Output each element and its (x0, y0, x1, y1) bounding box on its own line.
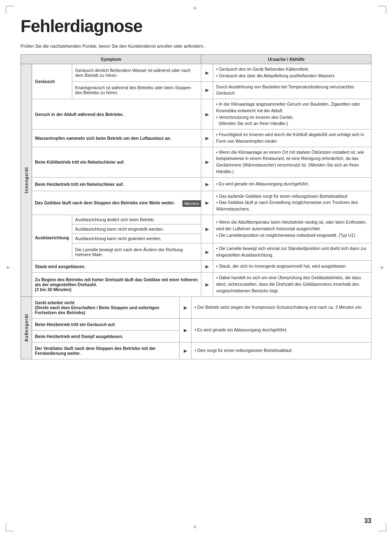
corner-mark-tl (6, 6, 14, 14)
symptom-cell: Ausblasrichtung ändert sich beim Betrieb… (72, 215, 201, 224)
table-row: Beim Kühlbetrieb tritt ein Nebelschleier… (21, 147, 371, 177)
innengeraet-side-label: Innengerät (21, 64, 32, 297)
table-row: Innengerät Geräusch Geräusch ähnlich fli… (21, 64, 371, 82)
symptom-cell: Knackgeräusch ist während des Betriebs o… (72, 81, 201, 99)
symptom-cell: Beim Kühlbetrieb tritt ein Nebelschleier… (32, 147, 201, 177)
symptom-cell: Geruch in der Abluft während des Betrieb… (32, 99, 201, 130)
table-row: Beim Heizbetrieb tritt ein Geräusch auf.… (21, 318, 371, 330)
table-row: Geruch in der Abluft während des Betrieb… (21, 99, 371, 130)
arrow-icon: ► (180, 296, 191, 318)
cause-cell: • Feuchtigkeit im Inneren wird durch die… (213, 130, 371, 147)
arrow-icon: ► (201, 147, 213, 177)
symptom-cell: Der Ventilator läuft nach dem Stoppen de… (32, 342, 180, 359)
arrow-icon: ► (201, 177, 213, 191)
symptom-cell: Wassertropfen sammeln sich beim Betrieb … (32, 130, 201, 147)
crosshair-left (6, 265, 12, 272)
deutsch-label: DEUTSCH (182, 200, 201, 207)
geraeusch-sub-label: Geräusch (32, 64, 72, 99)
crosshair-right (380, 265, 386, 272)
arrow-icon: ► (201, 261, 213, 273)
arrow-icon: ► (201, 191, 213, 215)
arrow-icon: ► (201, 215, 213, 243)
arrow-icon: ► (201, 64, 213, 82)
corner-mark-tr (378, 6, 386, 14)
table-row: Ausblasrichtung Ausblasrichtung ändert s… (21, 215, 371, 224)
cause-cell: • Staub, der sich im Innengerät angesamm… (213, 261, 371, 273)
arrow-icon: ► (201, 273, 213, 296)
corner-mark-br (378, 523, 386, 531)
arrow-icon: ► (180, 342, 191, 359)
table-row: Knackgeräusch ist während des Betriebs o… (21, 81, 371, 99)
diagnosis-table-aussen: Außengerät Gerät arbeitet nicht (Direkt … (21, 296, 371, 359)
table-row: Der Ventilator läuft nach dem Stoppen de… (21, 342, 371, 359)
cause-cell: • Wenn die Klimaanlage an einem Ort mit … (213, 147, 371, 177)
cause-cell: • In der Klimaanlage angesammelter Geruc… (213, 99, 371, 130)
arrow-icon: ► (201, 243, 213, 261)
arrow-icon: ► (180, 318, 191, 342)
cause-cell: • Das laufende Gebläse sorgt für einen r… (213, 191, 371, 215)
ausblasrichtung-sub-label: Ausblasrichtung (32, 215, 72, 261)
table-row: Die Lamelle bewegt sich nach dem Ändern … (21, 243, 371, 261)
diagnosis-table: Symptom Ursache / Abhilfe Innengerät Ger… (21, 54, 371, 297)
table-row: Wassertropfen sammeln sich beim Betrieb … (21, 130, 371, 147)
symptom-cell: Ausblasrichtung kann nicht geändert werd… (72, 234, 201, 243)
cause-cell: Durch Ausdehnung von Bauteilen bei Tempe… (213, 81, 371, 99)
arrow-icon: ► (201, 130, 213, 147)
symptom-cell: Die Lamelle bewegt sich nach dem Ändern … (72, 243, 201, 261)
cause-cell: • Die Lamelle bewegt sich einmal zur Sta… (213, 243, 371, 261)
symptom-cell: Staub wird ausgeblasen. (32, 261, 201, 273)
cause-cell: • Es wird gerade ein Abtauvorgang durchg… (191, 318, 371, 342)
symptom-header: Symptom (21, 55, 201, 64)
cause-cell: • Geräusch des im Gerät fließenden Kälte… (213, 64, 371, 82)
table-row: Beim Heizbetrieb tritt ein Nebelschleier… (21, 177, 371, 191)
page-title: Fehlerdiagnose (21, 16, 371, 36)
cause-cell: • Es wird gerade ein Abtauvorgang durchg… (213, 177, 371, 191)
arrow-icon: ► (201, 81, 213, 99)
page-number: 33 (364, 517, 371, 525)
table-row: Außengerät Gerät arbeitet nicht (Direkt … (21, 296, 371, 318)
cause-cell: • Dies sorgt für einen reibungslosen Bet… (191, 342, 371, 359)
symptom-cell: Zu Beginn des Betriebs mit hoher Drehzah… (32, 273, 201, 296)
crosshair-bottom (193, 525, 199, 531)
symptom-cell: Beim Heizbetrieb wird Dampf ausgeblasen. (32, 330, 180, 342)
corner-mark-bl (6, 523, 14, 531)
symptom-cell: Geräusch ähnlich fließendem Wasser ist w… (72, 64, 201, 82)
symptom-cell: Beim Heizbetrieb tritt ein Geräusch auf. (32, 318, 180, 330)
symptom-cell: Das Gebläse läuft nach dem Stoppen des B… (32, 191, 201, 215)
symptom-cell: Ausblasrichtung kann nicht eingestellt w… (72, 224, 201, 234)
table-row: Staub wird ausgeblasen. ► • Staub, der s… (21, 261, 371, 273)
intro-text: Prüfen Sie die nachstehenden Punkte, bev… (21, 44, 371, 49)
arrow-icon: ► (201, 99, 213, 130)
crosshair-top (193, 6, 199, 12)
cause-cell: • Der Betrieb setzt wegen der Kompressor… (191, 296, 371, 318)
cause-cell: • Wenn die Ablufttemperatur beim Heizbet… (213, 215, 371, 243)
symptom-cell: Gerät arbeitet nicht (Direkt nach dem Ei… (32, 296, 180, 318)
symptom-cell: Beim Heizbetrieb tritt ein Nebelschleier… (32, 177, 201, 191)
table-row: Zu Beginn des Betriebs mit hoher Drehzah… (21, 273, 371, 296)
table-row: Das Gebläse läuft nach dem Stoppen des B… (21, 191, 371, 215)
aussengeraet-label: Außengerät (21, 296, 32, 359)
cause-cell: • Dabei handelt es sich um eine Überprüf… (213, 273, 371, 296)
cause-header: Ursache / Abhilfe (201, 55, 371, 64)
